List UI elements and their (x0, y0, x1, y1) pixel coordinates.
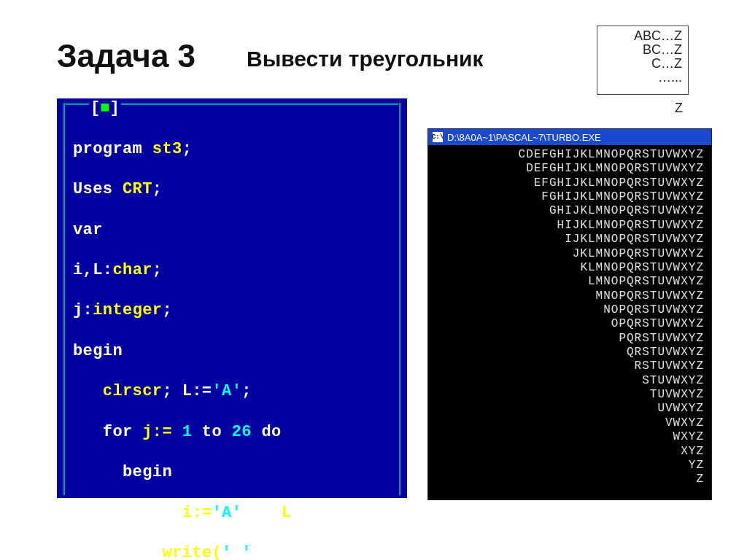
sample-row: ABC…Z (603, 29, 682, 43)
output-line: JKLMNOPQRSTUVWXYZ (436, 247, 704, 261)
sample-row: C…Z (603, 57, 682, 71)
output-line: STUVWXYZ (436, 374, 704, 388)
output-line: MNOPQRSTUVWXYZ (436, 289, 704, 303)
task-title: Задача 3 (57, 38, 196, 74)
output-line: FGHIJKLMNOPQRSTUVWXYZ (436, 190, 704, 204)
output-line: WXYZ (436, 430, 704, 444)
cmd-icon: C:\ (433, 132, 443, 142)
output-line: NOPQRSTUVWXYZ (436, 303, 704, 317)
sample-output-box: ABC…Z BC…Z C…Z …... (597, 26, 689, 95)
output-line: YZ (436, 459, 704, 472)
output-line: OPQRSTUVWXYZ (436, 317, 704, 331)
code-editor-panel: [■] program st3; Uses CRT; var i,L:char;… (57, 98, 407, 498)
console-path: D:\8A0A~1\PASCAL~7\TURBO.EXE (447, 132, 601, 143)
console-output-window: C:\ D:\8A0A~1\PASCAL~7\TURBO.EXE CDEFGHI… (427, 128, 712, 500)
console-body: CDEFGHIJKLMNOPQRSTUVWXYZ DEFGHIJKLMNOPQR… (428, 145, 711, 491)
output-line: XYZ (436, 445, 704, 459)
output-line: QRSTUVWXYZ (436, 346, 704, 359)
source-code: program st3; Uses CRT; var i,L:char; j:i… (73, 119, 321, 560)
editor-control-widget[interactable]: [■] (89, 99, 121, 117)
output-line: HIJKLMNOPQRSTUVWXYZ (436, 219, 704, 233)
task-subtitle: Вывести треугольник (247, 47, 484, 71)
output-line: EFGHIJKLMNOPQRSTUVWXYZ (436, 176, 704, 190)
console-titlebar[interactable]: C:\ D:\8A0A~1\PASCAL~7\TURBO.EXE (428, 129, 711, 145)
output-line: IJKLMNOPQRSTUVWXYZ (436, 233, 704, 246)
output-line: Z (436, 472, 704, 486)
output-line: GHIJKLMNOPQRSTUVWXYZ (436, 204, 704, 218)
output-line: TUVWXYZ (436, 388, 704, 402)
output-line: CDEFGHIJKLMNOPQRSTUVWXYZ (436, 148, 704, 162)
sample-row: …... (603, 71, 682, 85)
output-line: UVWXYZ (436, 402, 704, 416)
sample-row: BC…Z (603, 43, 682, 57)
output-line: KLMNOPQRSTUVWXYZ (436, 261, 704, 275)
output-line: RSTUVWXYZ (436, 359, 704, 373)
output-line: PQRSTUVWXYZ (436, 332, 704, 346)
slide: Задача 3 Вывести треугольник ABC…Z BC…Z … (0, 0, 747, 560)
output-line: VWXYZ (436, 416, 704, 430)
output-line: DEFGHIJKLMNOPQRSTUVWXYZ (436, 162, 704, 176)
output-line: LMNOPQRSTUVWXYZ (436, 275, 704, 289)
sample-final-z: Z (675, 101, 683, 116)
